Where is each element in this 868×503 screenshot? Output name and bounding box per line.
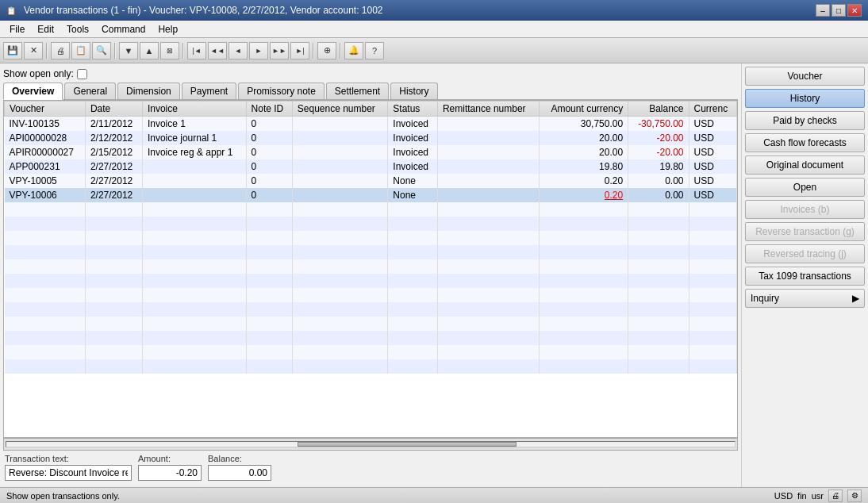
history-btn[interactable]: History [745,89,865,108]
cell-remit [437,145,539,159]
table-header-row: Voucher Date Invoice Note ID Sequence nu… [5,102,737,117]
nav-last-btn[interactable]: ►| [290,42,309,60]
title-bar-controls[interactable]: – □ ✕ [816,4,862,17]
paid-by-checks-btn[interactable]: Paid by checks [745,111,865,130]
nav-prev-btn[interactable]: ◄ [229,42,248,60]
table-row[interactable]: APP0002312/27/20120Invoiced19.8019.80USD [5,159,737,174]
close-btn[interactable]: ✕ [847,4,862,17]
balance-group: Balance: [208,454,271,481]
cell-balance: -20.00 [628,145,689,159]
reversed-tracing-btn[interactable]: Reversed tracing (j) [745,244,865,263]
title-bar: 📋 Vendor transactions (1 - fin) - Vouche… [0,0,868,21]
alert-btn[interactable]: 🔔 [344,42,363,60]
cell-date: 2/12/2012 [85,131,142,145]
tab-general[interactable]: General [64,83,116,99]
cell-invoice: Invoice 1 [142,117,246,131]
help-btn[interactable]: ? [365,42,384,60]
tab-settlement[interactable]: Settlement [326,83,389,99]
open-btn[interactable]: Open [745,178,865,197]
cell-seq-num [292,188,388,202]
print-btn[interactable]: 🖨 [51,42,70,60]
reverse-transaction-btn[interactable]: Reverse transaction (g) [745,222,865,241]
cell-voucher: API00000028 [5,131,86,145]
cell-balance: -20.00 [628,131,689,145]
cell-currency: USD [689,131,736,145]
nav-prev-page-btn[interactable]: ◄◄ [208,42,227,60]
table-row[interactable]: VPY-100052/27/20120None0.200.00USD [5,174,737,188]
grid-container[interactable]: Voucher Date Invoice Note ID Sequence nu… [3,100,738,438]
cell-balance: 19.80 [628,159,689,174]
table-row[interactable]: VPY-100062/27/20120None0.200.00USD [5,188,737,202]
app-icon: 📋 [6,6,16,15]
menu-file[interactable]: File [3,22,31,36]
filter-toggle-btn[interactable]: ▼ [119,42,138,60]
tab-payment[interactable]: Payment [182,83,236,99]
cell-voucher: APIR00000027 [5,145,86,159]
menu-tools[interactable]: Tools [60,22,95,36]
maximize-btn[interactable]: □ [832,4,846,17]
new-btn[interactable]: ⊕ [317,42,336,60]
status-right: USD fin usr 🖨 ⚙ [774,490,862,502]
table-row-empty [5,288,737,302]
cell-date: 2/27/2012 [85,188,142,202]
search-btn[interactable]: 🔍 [92,42,111,60]
cell-seq-num [292,131,388,145]
nav-first-btn[interactable]: |◄ [187,42,206,60]
window-title: Vendor transactions (1 - fin) - Voucher:… [24,5,383,16]
nav-next-page-btn[interactable]: ►► [270,42,289,60]
table-row[interactable]: API000000282/12/2012Invoice journal 10In… [5,131,737,145]
menu-edit[interactable]: Edit [31,22,60,36]
inquiry-btn[interactable]: Inquiry ▶ [745,289,865,308]
cell-amount: 20.00 [539,131,628,145]
tax-1099-btn[interactable]: Tax 1099 transactions [745,267,865,286]
show-open-only-label: Show open only: [3,68,74,79]
cell-note-id: 0 [246,174,292,188]
table-row[interactable]: INV-1001352/11/2012Invoice 10Invoiced30,… [5,117,737,131]
transaction-text-group: Transaction text: [5,454,132,481]
cell-balance: 0.00 [628,188,689,202]
cell-note-id: 0 [246,145,292,159]
settings-status-icon[interactable]: ⚙ [847,490,862,502]
scroll-thumb[interactable] [298,442,516,447]
cell-currency: USD [689,159,736,174]
amount-input[interactable] [138,465,202,481]
save-btn[interactable]: 💾 [3,42,22,60]
cell-note-id: 0 [246,159,292,174]
nav-next-btn[interactable]: ► [249,42,268,60]
currency-indicator: USD [774,491,793,501]
cell-status: None [388,188,438,202]
copy-btn[interactable]: 📋 [71,42,90,60]
table-row[interactable]: APIR000000272/15/2012Invoice reg & appr … [5,145,737,159]
tab-history[interactable]: History [390,83,437,99]
cash-flow-forecasts-btn[interactable]: Cash flow forecasts [745,133,865,152]
inquiry-label: Inquiry [751,293,779,304]
title-bar-left: 📋 Vendor transactions (1 - fin) - Vouche… [6,5,383,16]
transaction-text-input[interactable] [5,465,132,481]
show-open-only-checkbox[interactable] [77,69,87,79]
scroll-track[interactable] [6,441,735,447]
menu-command[interactable]: Command [95,22,152,36]
tab-overview[interactable]: Overview [3,83,63,100]
balance-label: Balance: [208,454,271,463]
cell-date: 2/15/2012 [85,145,142,159]
filter-apply-btn[interactable]: ▲ [140,42,159,60]
balance-input[interactable] [208,465,271,481]
tab-dimension[interactable]: Dimension [117,83,180,99]
invoices-btn[interactable]: Invoices (b) [745,200,865,219]
delete-btn[interactable]: ✕ [24,42,43,60]
original-document-btn[interactable]: Original document [745,156,865,175]
print-status-icon[interactable]: 🖨 [828,490,843,502]
cell-amount: 0.20 [539,174,628,188]
amount-label: Amount: [138,454,202,463]
menu-help[interactable]: Help [152,22,184,36]
tab-promissory-note[interactable]: Promissory note [238,83,325,99]
table-row-empty [5,217,737,231]
filter-clear-btn[interactable]: ⊠ [160,42,179,60]
cell-remit [437,131,539,145]
cell-balance: -30,750.00 [628,117,689,131]
minimize-btn[interactable]: – [816,4,830,17]
transactions-table: Voucher Date Invoice Note ID Sequence nu… [4,101,737,374]
cell-currency: USD [689,145,736,159]
horizontal-scrollbar[interactable] [3,438,738,451]
voucher-btn[interactable]: Voucher [745,67,865,86]
